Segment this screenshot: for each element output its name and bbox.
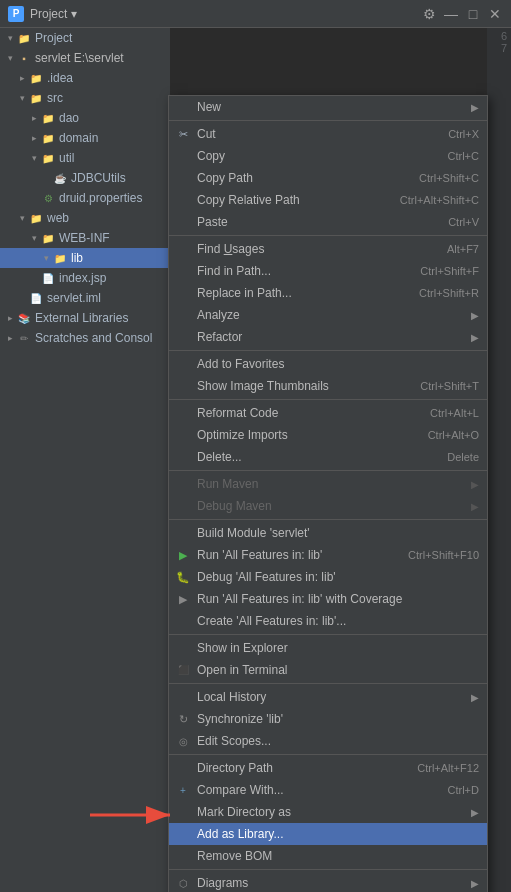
settings-btn[interactable]: ⚙ [421, 6, 437, 22]
menu-item-label: Remove BOM [197, 849, 479, 863]
iml-file-icon: 📄 [28, 290, 44, 306]
external-libs-icon: 📚 [16, 310, 32, 326]
submenu-arrow: ▶ [471, 479, 479, 490]
menu-item-label: Show Image Thumbnails [197, 379, 400, 393]
menu-item-label: Run Maven [197, 477, 467, 491]
folder-icon: 📁 [40, 130, 56, 146]
tree-label: servlet.iml [47, 291, 101, 305]
menu-item-label: Debug 'All Features in: lib' [197, 570, 479, 584]
tree-servletiml[interactable]: 📄 servlet.iml [0, 288, 170, 308]
tree-jdbcutils[interactable]: ☕ JDBCUtils [0, 168, 170, 188]
tree-label: src [47, 91, 63, 105]
tree-src[interactable]: ▾ 📁 src [0, 88, 170, 108]
menu-item-label: Run 'All Features in: lib' [197, 548, 388, 562]
close-btn[interactable]: ✕ [487, 6, 503, 22]
menu-run-all-features[interactable]: ▶ Run 'All Features in: lib' Ctrl+Shift+… [169, 544, 487, 566]
shortcut-label: Ctrl+Alt+F12 [417, 762, 479, 774]
submenu-arrow: ▶ [471, 692, 479, 703]
tree-label: util [59, 151, 74, 165]
menu-replace-in-path[interactable]: Replace in Path... Ctrl+Shift+R [169, 282, 487, 304]
menu-item-label: Reformat Code [197, 406, 410, 420]
tree-servlet[interactable]: ▾ ▪ servlet E:\servlet [0, 48, 170, 68]
tree-webinf[interactable]: ▾ 📁 WEB-INF [0, 228, 170, 248]
menu-show-explorer[interactable]: Show in Explorer [169, 637, 487, 659]
menu-edit-scopes[interactable]: ◎ Edit Scopes... [169, 730, 487, 752]
maximize-btn[interactable]: □ [465, 6, 481, 22]
menu-analyze[interactable]: Analyze ▶ [169, 304, 487, 326]
lib-folder-icon: 📁 [52, 250, 68, 266]
cut-icon: ✂ [175, 126, 191, 142]
shortcut-label: Ctrl+X [448, 128, 479, 140]
submenu-arrow: ▶ [471, 807, 479, 818]
menu-item-label: Synchronize 'lib' [197, 712, 479, 726]
web-folder-icon: 📁 [28, 210, 44, 226]
menu-debug-all-features[interactable]: 🐛 Debug 'All Features in: lib' [169, 566, 487, 588]
separator [169, 399, 487, 400]
terminal-icon: ⬛ [175, 662, 191, 678]
menu-synchronize[interactable]: ↻ Synchronize 'lib' [169, 708, 487, 730]
menu-mark-directory-as[interactable]: Mark Directory as ▶ [169, 801, 487, 823]
tree-label: External Libraries [35, 311, 128, 325]
menu-copy-relative-path[interactable]: Copy Relative Path Ctrl+Alt+Shift+C [169, 189, 487, 211]
menu-build-module[interactable]: Build Module 'servlet' [169, 522, 487, 544]
menu-find-in-path[interactable]: Find in Path... Ctrl+Shift+F [169, 260, 487, 282]
tree-util[interactable]: ▾ 📁 util [0, 148, 170, 168]
diagrams-icon: ⬡ [175, 875, 191, 891]
menu-copy[interactable]: Copy Ctrl+C [169, 145, 487, 167]
coverage-icon: ▶ [175, 591, 191, 607]
tree-indexjsp[interactable]: 📄 index.jsp [0, 268, 170, 288]
menu-run-maven[interactable]: Run Maven ▶ [169, 473, 487, 495]
tree-label: JDBCUtils [71, 171, 126, 185]
menu-optimize-imports[interactable]: Optimize Imports Ctrl+Alt+O [169, 424, 487, 446]
menu-new[interactable]: New ▶ [169, 96, 487, 118]
menu-delete[interactable]: Delete... Delete [169, 446, 487, 468]
menu-item-label: Paste [197, 215, 428, 229]
menu-directory-path[interactable]: Directory Path Ctrl+Alt+F12 [169, 757, 487, 779]
tree-label: druid.properties [59, 191, 142, 205]
tree-scratches[interactable]: ▸ ✏ Scratches and Consol [0, 328, 170, 348]
menu-debug-maven[interactable]: Debug Maven ▶ [169, 495, 487, 517]
project-title: Project ▾ [30, 7, 421, 21]
shortcut-label: Ctrl+D [448, 784, 479, 796]
tree-label: .idea [47, 71, 73, 85]
separator [169, 634, 487, 635]
scopes-icon: ◎ [175, 733, 191, 749]
expand-arrow: ▾ [4, 32, 16, 44]
tree-druid[interactable]: ⚙ druid.properties [0, 188, 170, 208]
line-numbers: 6 7 [487, 28, 511, 892]
tree-lib[interactable]: ▾ 📁 lib [0, 248, 170, 268]
menu-open-terminal[interactable]: ⬛ Open in Terminal [169, 659, 487, 681]
tree-dao[interactable]: ▸ 📁 dao [0, 108, 170, 128]
menu-reformat[interactable]: Reformat Code Ctrl+Alt+L [169, 402, 487, 424]
menu-compare-with[interactable]: + Compare With... Ctrl+D [169, 779, 487, 801]
menu-find-usages[interactable]: Find Usages Alt+F7 [169, 238, 487, 260]
menu-add-as-library[interactable]: Add as Library... [169, 823, 487, 845]
menu-item-label: Build Module 'servlet' [197, 526, 479, 540]
tree-external-libs[interactable]: ▸ 📚 External Libraries [0, 308, 170, 328]
shortcut-label: Delete [447, 451, 479, 463]
menu-add-favorites[interactable]: Add to Favorites [169, 353, 487, 375]
menu-create-config[interactable]: Create 'All Features in: lib'... [169, 610, 487, 632]
shortcut-label: Alt+F7 [447, 243, 479, 255]
minimize-btn[interactable]: — [443, 6, 459, 22]
menu-show-thumbnails[interactable]: Show Image Thumbnails Ctrl+Shift+T [169, 375, 487, 397]
tree-domain[interactable]: ▸ 📁 domain [0, 128, 170, 148]
tree-root[interactable]: ▾ 📁 Project [0, 28, 170, 48]
menu-remove-bom[interactable]: Remove BOM [169, 845, 487, 867]
menu-cut[interactable]: ✂ Cut Ctrl+X [169, 123, 487, 145]
menu-item-label: Delete... [197, 450, 427, 464]
properties-icon: ⚙ [40, 190, 56, 206]
menu-item-label: Analyze [197, 308, 467, 322]
menu-paste[interactable]: Paste Ctrl+V [169, 211, 487, 233]
tree-idea[interactable]: ▸ 📁 .idea [0, 68, 170, 88]
menu-copy-path[interactable]: Copy Path Ctrl+Shift+C [169, 167, 487, 189]
menu-run-coverage[interactable]: ▶ Run 'All Features in: lib' with Covera… [169, 588, 487, 610]
menu-refactor[interactable]: Refactor ▶ [169, 326, 487, 348]
menu-diagrams[interactable]: ⬡ Diagrams ▶ [169, 872, 487, 892]
tree-web[interactable]: ▾ 📁 web [0, 208, 170, 228]
menu-local-history[interactable]: Local History ▶ [169, 686, 487, 708]
menu-item-label: Cut [197, 127, 428, 141]
menu-item-label: Copy [197, 149, 428, 163]
submenu-arrow: ▶ [471, 878, 479, 889]
project-panel: ▾ 📁 Project ▾ ▪ servlet E:\servlet ▸ 📁 .… [0, 28, 170, 892]
